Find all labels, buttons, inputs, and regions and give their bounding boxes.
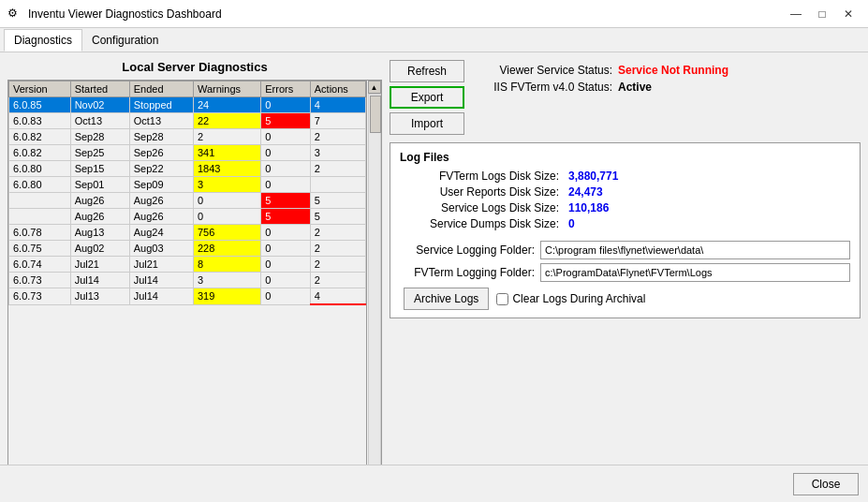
table-cell: Sep15 [70,161,129,177]
table-cell [9,209,71,225]
scroll-up-button[interactable]: ▲ [368,81,381,94]
archive-row: Archive Logs Clear Logs During Archival [400,288,850,310]
maximize-button[interactable]: □ [810,4,834,24]
table-row[interactable]: 6.0.85Nov02Stopped2404 [9,97,366,113]
table-cell: Sep28 [129,129,193,145]
tab-diagnostics[interactable]: Diagnostics [4,29,82,52]
col-ended: Ended [129,81,193,97]
table-row[interactable]: 6.0.74Jul21Jul21802 [9,257,366,273]
table-row[interactable]: 6.0.80Sep15Sep22184302 [9,161,366,177]
status-area: Viewer Service Status: Service Not Runni… [474,60,736,101]
table-row[interactable]: Aug26Aug26055 [9,209,366,225]
table-cell: Sep25 [70,145,129,161]
service-folder-input[interactable] [540,241,850,259]
table-cell: 2 [310,225,365,241]
menu-bar: Diagnostics Configuration [0,28,868,52]
table-cell: 2 [310,257,365,273]
table-cell: Jul14 [129,288,193,305]
table-cell: 3 [193,177,260,193]
table-cell: Jul13 [70,288,129,305]
table-cell: 3 [193,273,260,288]
iis-status-label: IIS FVTerm v4.0 Status: [481,81,612,94]
table-cell: 2 [193,129,260,145]
window-close-button[interactable]: ✕ [836,4,861,24]
log-row-fvterm: FVTerm Logs Disk Size: 3,880,771 [400,170,643,183]
table-cell: Jul21 [70,257,129,273]
table-cell: 0 [261,97,311,113]
minimize-button[interactable]: — [784,4,808,24]
table-cell: 0 [261,241,311,257]
table-row[interactable]: 6.0.73Jul13Jul1431904 [9,288,366,305]
table-row[interactable]: 6.0.73Jul14Jul14302 [9,273,366,288]
table-cell: 6.0.82 [9,145,71,161]
title-bar: ⚙ Inventu Viewer Diagnostics Dashboard —… [0,0,868,28]
scroll-thumb[interactable] [370,96,381,133]
table-cell: Jul14 [129,273,193,288]
table-cell: 8 [193,257,260,273]
table-container: Version Started Ended Warnings Errors Ac… [7,80,382,495]
table-cell: 2 [310,129,365,145]
close-button[interactable]: Close [793,473,859,495]
refresh-button[interactable]: Refresh [390,60,464,82]
table-cell: 7 [310,113,365,129]
table-cell: 0 [261,273,311,288]
iis-status-value: Active [618,81,652,94]
table-row[interactable]: 6.0.80Sep01Sep0930 [9,177,366,193]
col-warnings: Warnings [193,81,260,97]
table-cell: Oct13 [70,113,129,129]
table-cell: 2 [310,161,365,177]
table-row[interactable]: 6.0.75Aug02Aug0322802 [9,241,366,257]
clear-logs-checkbox[interactable] [496,293,508,305]
table-row[interactable]: 6.0.82Sep25Sep2634103 [9,145,366,161]
table-cell: 6.0.85 [9,97,71,113]
col-version: Version [9,81,71,97]
table-cell: 5 [310,193,365,209]
table-cell: Sep22 [129,161,193,177]
diagnostics-table: Version Started Ended Warnings Errors Ac… [8,81,366,305]
log-files-title: Log Files [400,151,850,164]
table-cell: 1843 [193,161,260,177]
service-folder-label: Service Logging Folder: [400,244,540,257]
table-cell: 5 [261,113,311,129]
table-cell: Nov02 [70,97,129,113]
table-cell: Stopped [129,97,193,113]
clear-logs-label[interactable]: Clear Logs During Archival [512,292,645,305]
fvterm-log-value: 3,880,771 [568,170,643,183]
table-cell: 24 [193,97,260,113]
vertical-scrollbar[interactable]: ▲ ▼ [366,81,381,494]
right-panel: Refresh Export Import Viewer Service Sta… [390,60,861,495]
main-content: Local Server Diagnostics Version Started… [0,52,868,502]
fvterm-folder-label: FVTerm Logging Folder: [400,266,540,279]
table-row[interactable]: Aug26Aug26055 [9,193,366,209]
export-button[interactable]: Export [390,86,464,109]
clear-logs-checkbox-area: Clear Logs During Archival [496,292,645,305]
table-cell: 4 [310,97,365,113]
user-log-value: 24,473 [568,185,643,199]
table-cell: Aug13 [70,225,129,241]
window-title: Inventu Viewer Diagnostics Dashboard [28,7,222,21]
top-right-area: Refresh Export Import Viewer Service Sta… [390,60,861,135]
fvterm-folder-input[interactable] [540,263,850,282]
dumps-log-label: Service Dumps Disk Size: [400,217,568,230]
fvterm-folder-row: FVTerm Logging Folder: [400,263,850,282]
table-row[interactable]: 6.0.78Aug13Aug2475602 [9,225,366,241]
table-scroll-area[interactable]: Version Started Ended Warnings Errors Ac… [8,81,366,494]
table-cell: 319 [193,288,260,305]
table-row[interactable]: 6.0.83Oct13Oct132257 [9,113,366,129]
tab-configuration[interactable]: Configuration [82,30,168,51]
table-cell: 5 [261,209,311,225]
table-cell: 6.0.74 [9,257,71,273]
table-cell: 4 [310,288,365,305]
table-cell: 3 [310,145,365,161]
iis-status-row: IIS FVTerm v4.0 Status: Active [481,81,728,94]
table-cell: 228 [193,241,260,257]
scroll-track[interactable] [368,94,381,480]
table-cell: 6.0.78 [9,225,71,241]
table-cell: 6.0.73 [9,288,71,305]
table-cell: 0 [261,225,311,241]
import-button[interactable]: Import [390,112,464,135]
table-cell: Jul21 [129,257,193,273]
col-started: Started [70,81,129,97]
archive-logs-button[interactable]: Archive Logs [404,288,489,310]
table-row[interactable]: 6.0.82Sep28Sep28202 [9,129,366,145]
